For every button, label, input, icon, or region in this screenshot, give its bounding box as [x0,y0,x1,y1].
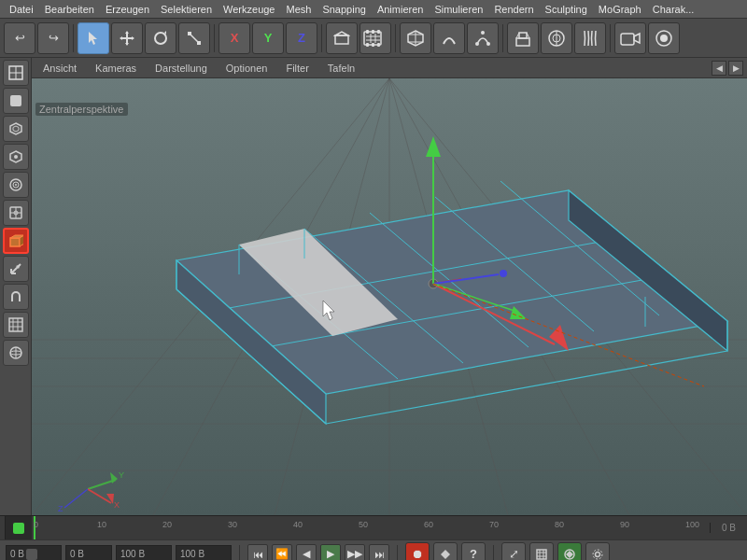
sidebar-mode2[interactable] [3,116,29,142]
vp-expand-buttons: ◀ ▶ [712,61,743,76]
menu-animieren[interactable]: Animieren [372,2,430,17]
bend-btn[interactable] [433,22,465,54]
vp-expand-left[interactable]: ◀ [712,61,726,76]
transport-to-end[interactable]: ⏭ [369,544,389,561]
transport-frame-end[interactable]: 100 B [116,545,172,561]
svg-marker-47 [13,126,19,132]
transport-frame-current[interactable]: 0 B [6,545,62,561]
toolbar: ↩ ↪ X Y Z [0,19,747,58]
vp-tafeln[interactable]: Tafeln [320,61,362,76]
select-button[interactable] [78,22,109,54]
transport-prev[interactable]: ◀ [296,544,317,561]
menu-charakter[interactable]: Charak... [647,2,700,17]
world-btn[interactable] [326,22,358,54]
transport-to-start[interactable]: ⏮ [247,544,268,561]
menu-simulieren[interactable]: Simulieren [429,2,488,17]
sidebar-sphere[interactable] [3,340,29,366]
svg-rect-16 [377,30,380,34]
menu-snapping[interactable]: Snapping [317,2,372,17]
toolbar-separator-6 [610,24,611,52]
transport-next[interactable]: ▶▶ [345,544,365,561]
transport-frame-spinner[interactable] [26,549,37,560]
svg-rect-19 [377,43,380,47]
transport-separator-2 [397,545,398,561]
transport-prev-frame[interactable]: ⏪ [272,544,292,561]
film-btn[interactable] [359,22,391,54]
transport-anim-btn[interactable] [557,542,582,561]
menu-bearbeiten[interactable]: Bearbeiten [39,2,100,17]
viewport-header: Ansicht Kameras Darstellung Optionen Fil… [32,58,747,78]
transport-move2-btn[interactable]: ⤢ [501,542,526,561]
timeline-marker-30: 30 [228,520,237,529]
sidebar-arrow[interactable] [3,256,29,282]
svg-rect-10 [197,41,201,45]
svg-marker-46 [10,123,21,134]
transport-separator-1 [239,545,240,561]
timeline-marker-0: 0 [34,520,38,529]
sidebar-magnet[interactable] [3,284,29,310]
menu-rendern[interactable]: Rendern [488,2,539,17]
spline-btn[interactable] [467,22,499,54]
svg-marker-0 [89,32,97,45]
rotate-button[interactable] [145,22,176,54]
transport-settings-btn[interactable] [585,542,610,561]
sweep-btn[interactable] [541,22,572,54]
vp-filter[interactable]: Filter [278,61,316,76]
vp-optionen[interactable]: Optionen [218,61,275,76]
undo-button[interactable]: ↩ [4,22,35,54]
svg-point-29 [481,31,485,35]
timeline-marker-10: 10 [97,520,106,529]
transport-keyframe-btn[interactable] [433,542,458,561]
transport-frame-rate[interactable]: 100 B [176,545,232,561]
timeline-start-marker [13,523,24,534]
transport-play[interactable]: ▶ [320,544,341,561]
svg-marker-39 [634,34,640,43]
menu-werkzeuge[interactable]: Werkzeuge [218,2,280,17]
svg-point-52 [15,184,17,186]
menu-datei[interactable]: Datei [4,2,39,17]
y-axis-button[interactable]: Y [252,22,284,54]
z-axis-button[interactable]: Z [286,22,317,54]
vp-ansicht[interactable]: Ansicht [35,61,84,76]
sidebar-mode3[interactable] [3,144,29,170]
transport-render-btn[interactable] [529,542,554,561]
transport-record-btn[interactable]: ⏺ [405,542,430,561]
svg-point-134 [593,550,602,559]
vp-darstellung[interactable]: Darstellung [148,61,215,76]
hair-btn[interactable] [574,22,606,54]
left-sidebar [0,58,32,515]
transport-frame-prev[interactable]: 0 B [65,545,112,561]
vp-expand-right[interactable]: ▶ [728,61,743,76]
menu-sculpting[interactable]: Sculpting [540,2,593,17]
svg-marker-125 [441,550,450,559]
timeline-marker-40: 40 [293,520,303,529]
menu-erzeugen[interactable]: Erzeugen [100,2,155,17]
svg-text:Y: Y [119,470,124,480]
redo-button[interactable]: ↪ [37,22,69,54]
menu-selektieren[interactable]: Selektieren [155,2,218,17]
x-axis-button[interactable]: X [218,22,250,54]
timeline-marker-100: 100 [685,520,699,529]
sidebar-cube[interactable] [3,228,29,254]
record-btn[interactable] [648,22,680,54]
move-button[interactable] [111,22,143,54]
sidebar-grid[interactable] [3,312,29,338]
vp-kameras[interactable]: Kameras [88,61,144,76]
sidebar-mode1[interactable] [3,88,29,114]
transport-help-btn[interactable]: ? [461,542,486,561]
camera-btn[interactable] [614,22,646,54]
sidebar-mode4[interactable] [3,172,29,198]
timeline-track[interactable]: 0 10 20 30 40 50 60 70 80 90 100 [32,516,710,539]
extrude-btn[interactable] [507,22,539,54]
cube3d-btn[interactable] [400,22,431,54]
viewport[interactable]: Ansicht Kameras Darstellung Optionen Fil… [32,58,747,515]
menu-mograph[interactable]: MoGraph [593,2,647,17]
timeline-marker-50: 50 [359,520,368,529]
svg-rect-15 [372,30,374,34]
sidebar-mode5[interactable] [3,200,29,226]
sidebar-viewport-toggle[interactable] [3,60,29,86]
viewport-svg: Y X Z [32,78,747,515]
menu-mesh[interactable]: Mesh [280,2,317,17]
scale-button[interactable] [178,22,210,54]
3d-canvas[interactable]: Y X Z Zentralperspektive [32,78,747,515]
